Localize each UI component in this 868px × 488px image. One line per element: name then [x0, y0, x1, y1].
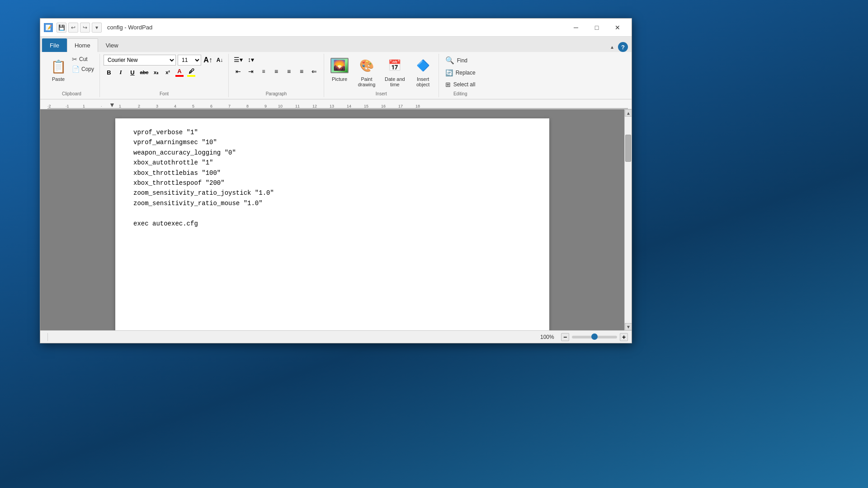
editing-group: 🔍 Find 🔄 Replace ⊞ Select all Editing [439, 54, 482, 97]
strikethrough-btn[interactable]: abc [139, 67, 150, 77]
superscript-btn[interactable]: x² [162, 67, 173, 77]
select-all-btn[interactable]: ⊞ Select all [443, 80, 478, 89]
ribbon-content: 📋 Paste ✂ Cut 📄 Copy Clipboa [40, 52, 632, 99]
line-spacing-btn[interactable]: ↕▾ [245, 55, 257, 65]
zoom-out-btn[interactable]: − [561, 333, 569, 341]
paragraph-row1: ☰▾ ↕▾ [232, 55, 257, 65]
scroll-thumb[interactable] [625, 135, 631, 162]
paste-btn[interactable]: 📋 Paste [47, 55, 69, 84]
ribbon: File Home View ▴ ? 📋 Paste ✂ [40, 37, 632, 99]
editing-label: Editing [453, 89, 467, 96]
scrollbar-vertical[interactable]: ▲ ▼ [624, 109, 632, 330]
zoom-in-btn[interactable]: + [620, 333, 628, 341]
font-color-indicator [175, 75, 184, 77]
ribbon-right-controls: ▴ ? [609, 42, 632, 52]
tab-file[interactable]: File [42, 38, 67, 52]
editor-page: vprof_verbose "1" vprof_warningmsec "10"… [115, 118, 549, 330]
paint-label: Paintdrawing [358, 76, 376, 87]
statusbar: 100% − + [40, 330, 632, 343]
titlebar: 📝 💾 ↩ ↪ ▾ config - WordPad ─ □ ✕ [40, 19, 632, 37]
zoom-label: 100% [540, 334, 558, 340]
wordpad-window: 📝 💾 ↩ ↪ ▾ config - WordPad ─ □ ✕ File Ho… [40, 18, 632, 343]
content-area: vprof_verbose "1" vprof_warningmsec "10"… [40, 109, 632, 330]
zoom-slider-thumb[interactable] [591, 333, 598, 340]
scroll-up-btn[interactable]: ▲ [625, 109, 632, 117]
replace-icon: 🔄 [445, 69, 453, 76]
find-btn[interactable]: 🔍 Find [443, 55, 470, 66]
editor-text[interactable]: vprof_verbose "1" vprof_warningmsec "10"… [133, 127, 531, 229]
select-all-icon: ⊞ [445, 81, 451, 88]
indent-inc-btn[interactable]: ⇥ [245, 66, 257, 76]
bullets-btn[interactable]: ☰▾ [232, 55, 244, 65]
font-size-select[interactable]: 11 [178, 55, 201, 66]
insert-group: Picture 🎨 Paintdrawing 📅 Date andtime 🔷 … [324, 54, 439, 97]
align-right-btn[interactable]: ≡ [283, 66, 295, 76]
insert-label: Insert [376, 89, 387, 96]
bold-btn[interactable]: B [104, 67, 114, 77]
scissors-icon: ✂ [72, 56, 77, 63]
quick-dropdown-btn[interactable]: ▾ [92, 23, 102, 33]
clipboard-group: 📋 Paste ✂ Cut 📄 Copy Clipboa [44, 54, 100, 97]
format-row: B I U abc x₂ x² A [104, 67, 197, 77]
paragraph-label: Paragraph [266, 89, 287, 96]
cut-btn[interactable]: ✂ Cut [70, 55, 96, 64]
datetime-label: Date andtime [385, 76, 405, 87]
subscript-btn[interactable]: x₂ [151, 67, 161, 77]
minimize-btn[interactable]: ─ [566, 21, 586, 34]
paragraph-content: ☰▾ ↕▾ ⇤ ⇥ ≡ ≡ ≡ ≡ ⇐ [232, 55, 320, 89]
align-left-btn[interactable]: ≡ [258, 66, 269, 76]
replace-btn[interactable]: 🔄 Replace [443, 68, 478, 78]
underline-btn[interactable]: U [127, 67, 138, 77]
font-label: Font [160, 89, 169, 96]
quick-access-toolbar: 💾 ↩ ↪ ▾ [57, 23, 102, 33]
editing-content: 🔍 Find 🔄 Replace ⊞ Select all [443, 55, 478, 89]
justify-btn[interactable]: ≡ [296, 66, 307, 76]
font-shrink-btn[interactable]: A↓ [215, 55, 225, 65]
font-group: Courier New 11 A↑ A↓ B I U abc x₂ [100, 54, 229, 97]
align-center-btn[interactable]: ≡ [270, 66, 282, 76]
paint-drawing-btn[interactable]: 🎨 Paintdrawing [355, 55, 378, 89]
rtl-btn[interactable]: ⇐ [308, 66, 320, 76]
indent-dec-btn[interactable]: ⇤ [232, 66, 244, 76]
font-name-select[interactable]: Courier New [104, 55, 176, 66]
copy-icon: 📄 [72, 66, 80, 73]
scroll-down-btn[interactable]: ▼ [625, 323, 632, 330]
quick-undo-btn[interactable]: ↩ [68, 23, 78, 33]
picture-btn[interactable]: Picture [328, 55, 351, 84]
cut-copy-btns: ✂ Cut 📄 Copy [70, 55, 96, 74]
font-color-btn[interactable]: A [174, 67, 185, 77]
ribbon-expand-btn[interactable]: ▴ [609, 43, 615, 51]
paragraph-row2: ⇤ ⇥ ≡ ≡ ≡ ≡ ⇐ [232, 66, 320, 76]
help-btn[interactable]: ? [618, 42, 628, 52]
clipboard-label: Clipboard [62, 89, 81, 96]
close-btn[interactable]: ✕ [607, 21, 628, 34]
zoom-controls: 100% − + [540, 333, 628, 341]
zoom-slider[interactable] [572, 336, 617, 338]
quick-save-btn[interactable]: 💾 [57, 23, 66, 33]
ribbon-tabs: File Home View ▴ ? [40, 37, 632, 52]
quick-redo-btn[interactable]: ↪ [80, 23, 90, 33]
insert-object-label: Insertobject [416, 76, 429, 87]
editor-area[interactable]: vprof_verbose "1" vprof_warningmsec "10"… [40, 109, 624, 330]
font-name-row: Courier New 11 A↑ A↓ [104, 55, 225, 66]
maximize-btn[interactable]: □ [586, 21, 607, 34]
font-grow-btn[interactable]: A↑ [203, 55, 213, 65]
datetime-icon: 📅 [386, 56, 404, 75]
statusbar-divider [47, 333, 48, 341]
paragraph-group: ☰▾ ↕▾ ⇤ ⇥ ≡ ≡ ≡ ≡ ⇐ Paragraph [229, 54, 324, 97]
highlight-btn[interactable]: 🖊 [186, 67, 197, 77]
copy-btn[interactable]: 📄 Copy [70, 65, 96, 74]
ruler: ▼ ·2 ·1 1 · 1 2 3 4 5 6 7 8 9 10 [40, 99, 632, 109]
find-icon: 🔍 [445, 56, 454, 65]
tab-home[interactable]: Home [67, 38, 98, 52]
tab-view[interactable]: View [98, 38, 126, 52]
datetime-btn[interactable]: 📅 Date andtime [382, 55, 408, 89]
clipboard-content: 📋 Paste ✂ Cut 📄 Copy [47, 55, 96, 89]
italic-btn[interactable]: I [115, 67, 126, 77]
insert-content: Picture 🎨 Paintdrawing 📅 Date andtime 🔷 … [328, 55, 435, 89]
picture-icon [330, 56, 349, 75]
scroll-track[interactable] [625, 117, 632, 323]
paint-icon: 🎨 [358, 56, 376, 75]
highlight-indicator [187, 75, 195, 77]
insert-object-btn[interactable]: 🔷 Insertobject [411, 55, 435, 89]
